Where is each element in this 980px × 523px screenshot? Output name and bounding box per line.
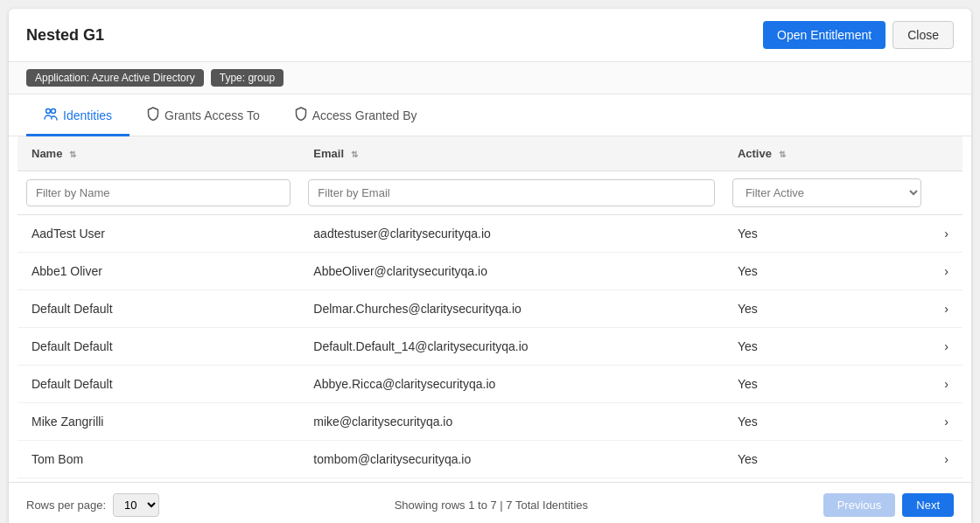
row-email: AbbeOliver@claritysecurityqa.io	[299, 253, 724, 290]
table-footer: Rows per page: 10 25 50 Showing rows 1 t…	[9, 482, 971, 523]
tab-grants-access-to[interactable]: Grants Access To	[130, 94, 277, 136]
col-header-name[interactable]: Name ⇅	[18, 136, 299, 171]
identities-icon	[44, 107, 58, 123]
tab-access-granted-by[interactable]: Access Granted By	[277, 94, 435, 136]
filter-active-cell: Filter Active Yes No	[724, 171, 930, 215]
access-granted-by-icon	[295, 107, 307, 123]
row-chevron[interactable]: ›	[930, 215, 962, 253]
active-sort-icon[interactable]: ⇅	[779, 150, 786, 159]
row-name: Abbe1 Oliver	[18, 253, 299, 290]
table-row[interactable]: Default Default Default.Default_14@clari…	[18, 328, 962, 366]
row-email: Delmar.Churches@claritysecurityqa.io	[299, 290, 724, 328]
tab-identities[interactable]: Identities	[26, 94, 130, 136]
table-header-row: Name ⇅ Email ⇅ Active ⇅	[18, 136, 962, 171]
col-header-email[interactable]: Email ⇅	[299, 136, 724, 171]
showing-info: Showing rows 1 to 7 | 7 Total Identities	[173, 499, 809, 512]
row-active: Yes	[724, 403, 930, 441]
tab-identities-label: Identities	[63, 108, 112, 122]
row-chevron[interactable]: ›	[930, 403, 962, 441]
table-row[interactable]: Mike Zangrilli mike@claritysecurityqa.io…	[18, 403, 962, 441]
row-email: Default.Default_14@claritysecurityqa.io	[299, 328, 724, 366]
row-active: Yes	[724, 328, 930, 366]
table-row[interactable]: Default Default Delmar.Churches@claritys…	[18, 290, 962, 328]
tab-bar: Identities Grants Access To Access Grant…	[9, 94, 971, 136]
table-row[interactable]: AadTest User aadtestuser@claritysecurity…	[18, 215, 962, 253]
tab-access-granted-by-label: Access Granted By	[312, 108, 417, 122]
panel-header: Nested G1 Open Entitlement Close	[9, 9, 971, 62]
tab-grants-access-to-label: Grants Access To	[164, 108, 260, 122]
open-entitlement-button[interactable]: Open Entitlement	[763, 21, 886, 49]
rows-per-page-label: Rows per page:	[26, 499, 106, 512]
main-panel: Nested G1 Open Entitlement Close Applica…	[9, 9, 971, 523]
filter-name-input[interactable]	[26, 179, 290, 206]
rows-per-page-select[interactable]: 10 25 50	[113, 493, 159, 517]
row-name: Default Default	[18, 328, 299, 366]
filter-email-input[interactable]	[308, 179, 715, 206]
filter-row: Filter Active Yes No	[18, 171, 962, 215]
row-active: Yes	[724, 366, 930, 403]
filter-active-select[interactable]: Filter Active Yes No	[732, 178, 921, 207]
app-tag: Application: Azure Active Directory	[26, 69, 204, 87]
header-buttons: Open Entitlement Close	[763, 21, 954, 49]
table-container: Name ⇅ Email ⇅ Active ⇅	[9, 136, 971, 478]
filter-name-cell	[18, 171, 299, 215]
row-active: Yes	[724, 441, 930, 478]
rows-per-page-group: Rows per page: 10 25 50	[26, 493, 159, 517]
grants-access-to-icon	[147, 107, 159, 123]
table-row[interactable]: Tom Bom tombom@claritysecurityqa.io Yes …	[18, 441, 962, 478]
panel-title: Nested G1	[26, 26, 104, 45]
row-email: mike@claritysecurityqa.io	[299, 403, 724, 441]
col-header-active[interactable]: Active ⇅	[724, 136, 930, 171]
row-name: Default Default	[18, 366, 299, 403]
type-tag: Type: group	[211, 69, 284, 87]
row-email: Abbye.Ricca@claritysecurityqa.io	[299, 366, 724, 403]
filter-email-cell	[299, 171, 724, 215]
svg-point-0	[46, 109, 51, 114]
row-name: Tom Bom	[18, 441, 299, 478]
row-name: Mike Zangrilli	[18, 403, 299, 441]
row-chevron[interactable]: ›	[930, 328, 962, 366]
filter-arrow-cell	[930, 171, 962, 215]
row-email: aadtestuser@claritysecurityqa.io	[299, 215, 724, 253]
row-name: Default Default	[18, 290, 299, 328]
col-header-arrow	[930, 136, 962, 171]
email-sort-icon[interactable]: ⇅	[351, 150, 358, 159]
table-row[interactable]: Abbe1 Oliver AbbeOliver@claritysecurityq…	[18, 253, 962, 290]
identities-table: Name ⇅ Email ⇅ Active ⇅	[18, 136, 962, 478]
tags-row: Application: Azure Active Directory Type…	[9, 62, 971, 94]
pagination-buttons: Previous Next	[823, 493, 954, 517]
row-chevron[interactable]: ›	[930, 253, 962, 290]
close-button[interactable]: Close	[892, 21, 954, 49]
row-active: Yes	[724, 253, 930, 290]
row-name: AadTest User	[18, 215, 299, 253]
table-row[interactable]: Default Default Abbye.Ricca@claritysecur…	[18, 366, 962, 403]
row-active: Yes	[724, 215, 930, 253]
row-chevron[interactable]: ›	[930, 290, 962, 328]
next-button[interactable]: Next	[902, 493, 954, 517]
row-chevron[interactable]: ›	[930, 366, 962, 403]
svg-point-1	[52, 109, 56, 114]
row-chevron[interactable]: ›	[930, 441, 962, 478]
row-email: tombom@claritysecurityqa.io	[299, 441, 724, 478]
row-active: Yes	[724, 290, 930, 328]
name-sort-icon[interactable]: ⇅	[69, 150, 76, 159]
previous-button[interactable]: Previous	[823, 493, 896, 517]
